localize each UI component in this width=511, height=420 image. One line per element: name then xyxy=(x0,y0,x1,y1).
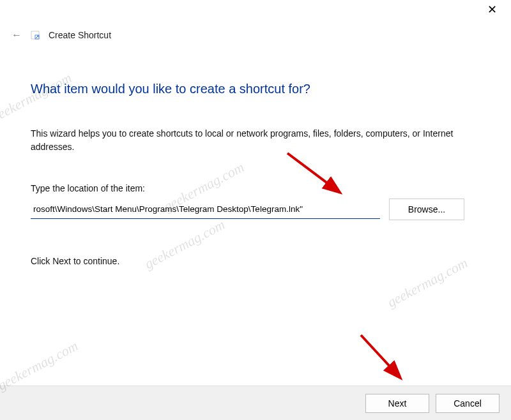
close-icon[interactable]: ✕ xyxy=(481,3,503,17)
dialog-title: Create Shortcut xyxy=(49,30,111,40)
location-input[interactable] xyxy=(31,200,380,219)
cancel-button[interactable]: Cancel xyxy=(436,394,500,413)
location-label: Type the location of the item: xyxy=(31,183,480,193)
annotation-arrow-icon xyxy=(355,329,412,386)
location-row: Browse... xyxy=(31,199,480,220)
create-shortcut-dialog: ✕ ← Create Shortcut What item would you … xyxy=(0,0,511,420)
dialog-content: What item would you like to create a sho… xyxy=(0,45,511,266)
titlebar: ✕ xyxy=(0,0,511,26)
back-arrow-icon[interactable]: ← xyxy=(11,30,22,40)
shortcut-icon xyxy=(31,31,40,40)
dialog-footer: Next Cancel xyxy=(0,386,511,420)
next-button[interactable]: Next xyxy=(365,394,429,413)
continue-instruction: Click Next to continue. xyxy=(31,256,480,266)
dialog-header: ← Create Shortcut xyxy=(0,26,511,45)
wizard-description: This wizard helps you to create shortcut… xyxy=(31,127,478,154)
svg-line-3 xyxy=(361,335,399,377)
page-heading: What item would you like to create a sho… xyxy=(31,82,480,96)
browse-button[interactable]: Browse... xyxy=(389,199,464,220)
